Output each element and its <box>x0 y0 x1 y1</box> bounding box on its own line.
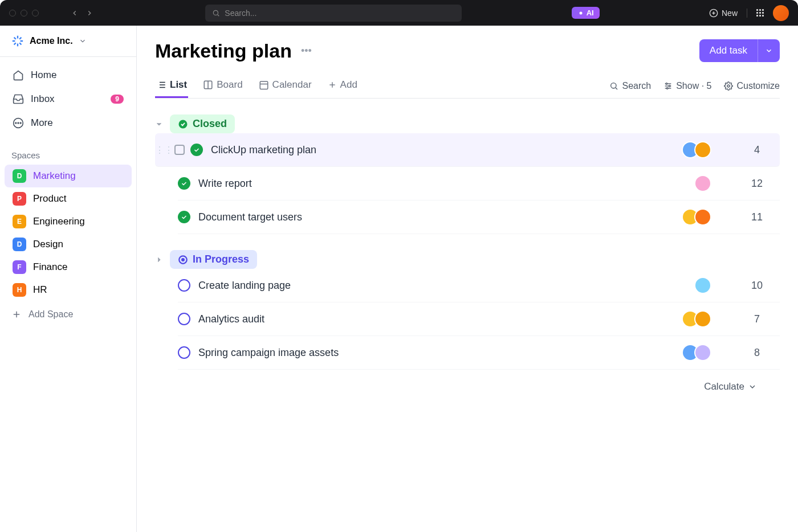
status-open-icon[interactable] <box>178 346 190 359</box>
task-row[interactable]: Write report12 <box>178 167 780 200</box>
traffic-min[interactable] <box>21 10 27 17</box>
view-customize-button[interactable]: Customize <box>724 81 780 91</box>
task-count: 8 <box>734 347 780 359</box>
sidebar-item-inbox[interactable]: Inbox 9 <box>6 88 131 111</box>
nav-back-button[interactable] <box>68 7 81 19</box>
space-badge-icon: D <box>13 169 26 183</box>
svg-line-13 <box>19 38 21 39</box>
assignee-avatar[interactable] <box>694 208 711 226</box>
task-name: Write report <box>198 178 694 190</box>
task-row[interactable]: Analytics audit7 <box>178 302 780 336</box>
drag-handle-icon[interactable]: ⋮⋮ <box>155 145 169 155</box>
space-label: Finance <box>33 261 67 273</box>
status-done-icon[interactable] <box>178 177 190 190</box>
assignee-avatar[interactable] <box>694 310 711 328</box>
view-tabs: List Board Calendar Add Search <box>155 73 780 99</box>
assignees <box>682 310 711 328</box>
assignees <box>682 208 711 226</box>
space-label: Marketing <box>33 170 76 182</box>
spaces-header: Spaces <box>0 141 136 165</box>
sidebar-space-marketing[interactable]: DMarketing <box>5 165 132 187</box>
space-badge-icon: F <box>13 260 26 274</box>
sidebar-space-design[interactable]: DDesign <box>5 233 132 256</box>
search-icon <box>212 9 220 17</box>
space-badge-icon: D <box>13 238 26 251</box>
assignee-avatar[interactable] <box>694 141 711 158</box>
svg-point-38 <box>669 85 670 87</box>
apps-icon[interactable] <box>756 9 764 17</box>
sidebar-space-hr[interactable]: HHR <box>5 279 132 301</box>
sidebar-space-engineering[interactable]: EEngineering <box>5 210 132 233</box>
task-count: 7 <box>734 313 780 325</box>
task-checkbox[interactable] <box>174 145 185 155</box>
tab-list[interactable]: List <box>155 73 188 98</box>
assignees <box>682 344 711 361</box>
view-search-button[interactable]: Search <box>609 81 651 91</box>
space-badge-icon: P <box>13 192 26 206</box>
status-done-icon[interactable] <box>190 144 203 156</box>
status-open-icon[interactable] <box>178 313 190 325</box>
sidebar-item-more[interactable]: More <box>6 112 131 134</box>
user-avatar[interactable] <box>773 5 789 21</box>
tab-board[interactable]: Board <box>202 73 243 98</box>
search-placeholder: Search... <box>225 9 256 18</box>
assignees <box>694 175 711 192</box>
nav-forward-button[interactable] <box>83 7 96 19</box>
svg-point-0 <box>214 10 218 15</box>
assignee-avatar[interactable] <box>694 277 711 294</box>
main-content: Marketing plan ••• Add task List Board C… <box>137 26 798 532</box>
new-button[interactable]: New <box>709 9 738 18</box>
task-name: Create landing page <box>198 280 694 292</box>
add-task-button[interactable]: Add task <box>699 39 758 62</box>
svg-point-16 <box>18 122 19 124</box>
group-toggle[interactable] <box>155 120 164 128</box>
tab-calendar[interactable]: Calendar <box>258 73 313 98</box>
task-name: ClickUp marketing plan <box>211 144 682 156</box>
calculate-button[interactable]: Calculate <box>155 381 757 392</box>
chevron-down-icon <box>79 37 87 45</box>
svg-point-32 <box>611 83 616 88</box>
tab-add-view[interactable]: Add <box>327 73 359 98</box>
workspace-logo-icon <box>11 35 24 47</box>
assignee-avatar[interactable] <box>694 344 711 361</box>
sidebar-space-finance[interactable]: FFinance <box>5 256 132 279</box>
board-icon <box>203 80 213 90</box>
svg-line-12 <box>14 43 16 44</box>
svg-point-37 <box>666 83 667 84</box>
sidebar-item-home[interactable]: Home <box>6 64 131 87</box>
add-space-button[interactable]: Add Space <box>0 304 136 325</box>
assignees <box>694 277 711 294</box>
chevron-down-icon <box>748 382 757 391</box>
ai-button[interactable]: AI <box>572 7 600 19</box>
page-title: Marketing plan <box>155 40 292 62</box>
task-row[interactable]: Create landing page10 <box>178 269 780 302</box>
add-task-dropdown[interactable] <box>758 39 780 62</box>
status-open-icon[interactable] <box>178 279 190 292</box>
search-input[interactable]: Search... <box>205 5 462 22</box>
status-pill[interactable]: In Progress <box>170 250 257 269</box>
view-show-button[interactable]: Show · 5 <box>663 81 711 91</box>
sidebar-space-product[interactable]: PProduct <box>5 187 132 210</box>
plus-icon <box>328 80 337 89</box>
status-done-icon[interactable] <box>178 211 190 223</box>
page-menu-button[interactable]: ••• <box>301 45 312 57</box>
divider <box>747 9 747 18</box>
svg-point-17 <box>20 122 21 124</box>
space-badge-icon: E <box>13 215 26 228</box>
task-row[interactable]: Spring campaign image assets8 <box>178 336 780 370</box>
task-name: Document target users <box>198 211 682 223</box>
workspace-switcher[interactable]: Acme Inc. <box>0 26 136 57</box>
status-pill[interactable]: Closed <box>170 114 235 133</box>
task-row[interactable]: ⋮⋮ClickUp marketing plan4 <box>155 133 780 167</box>
group-toggle[interactable] <box>155 256 164 264</box>
task-row[interactable]: Document target users11 <box>178 200 780 234</box>
assignee-avatar[interactable] <box>694 175 711 192</box>
svg-line-33 <box>616 88 617 89</box>
svg-rect-28 <box>260 81 268 89</box>
sparkle-icon <box>577 10 584 17</box>
traffic-max[interactable] <box>32 10 39 17</box>
more-icon <box>13 117 24 129</box>
search-icon <box>609 81 618 91</box>
plus-icon <box>11 309 22 320</box>
traffic-close[interactable] <box>9 10 16 17</box>
